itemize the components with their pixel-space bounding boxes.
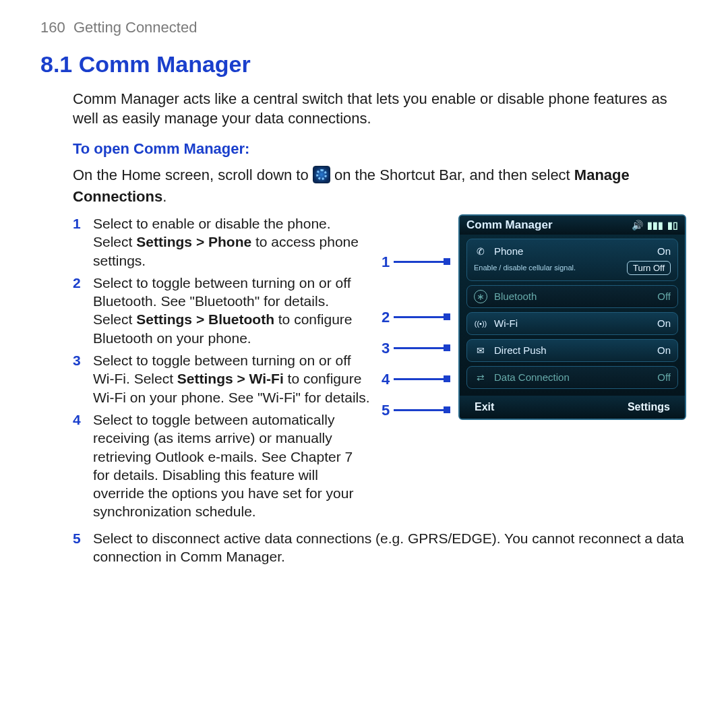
row-phone-sublabel: Enable / disable cellular signal. <box>474 264 576 272</box>
row-phone[interactable]: ✆ Phone On Enable / disable cellular sig… <box>466 239 678 281</box>
section-title: 8.1 Comm Manager <box>40 51 688 78</box>
wifi-icon: ((•)) <box>474 317 487 330</box>
intro-paragraph: Comm Manager acts like a central switch … <box>73 90 688 128</box>
signal-icon: ▮▯ <box>667 220 678 231</box>
row-bluetooth[interactable]: ∗Bluetooth Off <box>466 285 678 308</box>
callout-number: 4 <box>382 371 394 388</box>
callout-number: 2 <box>382 309 394 326</box>
list-item: 5 Select to disconnect active data conne… <box>73 529 688 566</box>
row-direct-push[interactable]: ✉Direct Push On <box>466 339 678 362</box>
sound-icon: 🔊 <box>632 220 643 231</box>
list-item: 1 Select to enable or disable the phone.… <box>73 214 372 270</box>
battery-icon: ▮▮▮ <box>647 220 663 231</box>
data-icon: ⇄ <box>474 371 487 384</box>
page-number: 160 <box>40 19 65 36</box>
callout-number: 3 <box>382 340 394 357</box>
sub-heading: To open Comm Manager: <box>73 140 688 158</box>
running-header: 160 Getting Connected <box>40 19 688 36</box>
chapter-name: Getting Connected <box>73 19 197 36</box>
screen-title: Comm Manager <box>466 218 553 232</box>
open-instruction: On the Home screen, scroll down to on th… <box>73 164 688 208</box>
list-item: 2 Select to toggle between turning on or… <box>73 274 372 347</box>
turn-off-button[interactable]: Turn Off <box>627 261 671 275</box>
phone-icon: ✆ <box>474 245 487 258</box>
softkey-settings[interactable]: Settings <box>628 401 670 413</box>
bluetooth-icon: ∗ <box>474 290 487 303</box>
row-data-connection[interactable]: ⇄Data Connection Off <box>466 366 678 389</box>
list-item: 4 Select to toggle between automatically… <box>73 411 372 521</box>
screenshot-comm-manager: Comm Manager 🔊 ▮▮▮ ▮▯ ✆ Phone On <box>458 214 686 420</box>
callout-number: 1 <box>382 253 394 271</box>
row-wifi[interactable]: ((•))Wi-Fi On <box>466 312 678 335</box>
mail-icon: ✉ <box>474 344 487 357</box>
status-bar: 🔊 ▮▮▮ ▮▯ <box>632 220 678 231</box>
list-item: 3 Select to toggle between turning on or… <box>73 351 372 406</box>
gear-icon <box>313 166 330 183</box>
callout-number: 5 <box>382 402 394 419</box>
softkey-exit[interactable]: Exit <box>475 401 494 413</box>
